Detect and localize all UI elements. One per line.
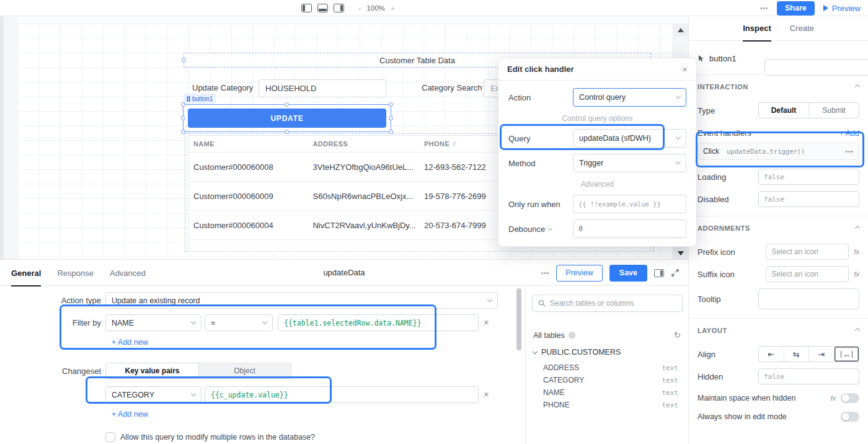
tooltip-input[interactable] <box>758 288 859 309</box>
suffix-icon-label: Suffix icon <box>698 270 735 279</box>
align-stretch-icon[interactable]: ↔ <box>834 347 859 362</box>
always-show-label: Always show in edit mode <box>698 412 836 421</box>
component-text-input[interactable] <box>764 60 868 76</box>
resize-handle[interactable] <box>389 116 393 120</box>
interaction-section-header[interactable]: INTERACTION <box>698 78 859 96</box>
scroll-down-button[interactable] <box>673 247 688 259</box>
changeset-value-input[interactable]: {{c_update.value}} <box>205 386 479 403</box>
dock-panel-icon[interactable] <box>654 269 664 277</box>
only-run-when-input[interactable]: {{ !!example.value }} <box>573 195 686 213</box>
canvas-left-gutter <box>4 16 17 259</box>
method-select[interactable]: Trigger <box>573 154 686 172</box>
debounce-input[interactable]: 0 <box>573 220 686 238</box>
close-icon[interactable]: × <box>682 64 688 74</box>
arrow-down-icon <box>678 251 684 255</box>
schema-column-row[interactable]: ADDRESS text <box>543 362 678 374</box>
fx-icon[interactable]: fx <box>854 270 859 278</box>
prefix-icon-select[interactable]: Select an icon <box>766 244 849 260</box>
schema-table-public-customers[interactable]: PUBLIC.CUSTOMERS <box>533 348 621 357</box>
changeset-key-value-option[interactable]: Key value pairs <box>105 363 199 379</box>
sort-ascending-icon[interactable]: ↑ <box>452 140 456 148</box>
suffix-icon-select[interactable]: Select an icon <box>766 266 849 282</box>
preview-label: Preview <box>832 4 861 13</box>
add-event-handler-link[interactable]: + Add <box>839 129 859 138</box>
add-filter-link[interactable]: + Add new <box>112 338 148 347</box>
toggle-right-panel-icon[interactable] <box>334 4 344 12</box>
zoom-out-button[interactable]: - <box>358 4 361 13</box>
disabled-input[interactable]: false <box>758 191 859 207</box>
schema-search-input[interactable]: Search tables or columns <box>532 295 683 312</box>
hidden-input[interactable]: false <box>758 368 859 384</box>
more-options-icon[interactable]: ••• <box>760 5 768 12</box>
click-handler-row[interactable]: Click updateData.trigger() ••• <box>698 143 859 160</box>
layout-section-header[interactable]: LAYOUT <box>698 321 859 340</box>
schema-column-row[interactable]: NAME text <box>543 386 678 399</box>
type-label: Type <box>698 106 715 115</box>
filter-field-value: NAME <box>112 319 134 327</box>
query-preview-button[interactable]: Preview <box>556 265 602 282</box>
remove-changeset-icon[interactable]: × <box>484 389 489 399</box>
update-button[interactable]: UPDATE <box>188 109 386 128</box>
modal-header: Edit click handler × <box>498 58 696 81</box>
update-category-input[interactable]: HOUSEHOLD <box>259 79 386 97</box>
changeset-field-value: CATEGORY <box>112 391 154 399</box>
action-type-select[interactable]: Update an existing record <box>105 292 498 309</box>
query-save-button[interactable]: Save <box>609 265 647 282</box>
tab-create[interactable]: Create <box>790 16 814 41</box>
align-center-icon[interactable]: ⇆ <box>784 347 809 362</box>
canvas-controls: - 100% + <box>301 0 395 16</box>
changeset-field-select[interactable]: CATEGORY <box>105 386 202 403</box>
query-pane-scrollbar[interactable] <box>516 288 521 350</box>
debounce-label: Debounce <box>508 224 552 234</box>
expand-icon[interactable] <box>671 269 680 277</box>
type-submit-option[interactable]: Submit <box>808 103 859 118</box>
query-select[interactable]: updateData (sfDWH) <box>573 129 686 148</box>
schema-column-row[interactable]: CATEGORY text <box>543 374 678 386</box>
selection-handle[interactable] <box>182 58 186 62</box>
resize-handle[interactable] <box>389 102 393 107</box>
align-right-icon[interactable]: ⇥ <box>808 347 834 362</box>
filter-operator-select[interactable]: = <box>205 314 273 331</box>
refresh-icon[interactable]: ↻ <box>674 331 681 340</box>
maintain-space-toggle[interactable] <box>841 393 859 403</box>
resize-handle[interactable] <box>181 116 185 120</box>
loading-input[interactable]: false <box>758 169 859 185</box>
filter-field-select[interactable]: NAME <box>105 314 202 331</box>
action-select[interactable]: Control query <box>573 88 686 107</box>
type-default-option[interactable]: Default <box>759 103 808 118</box>
resize-handle[interactable] <box>285 102 289 107</box>
adornments-section-header[interactable]: ADORNMENTS <box>698 219 859 238</box>
filter-value-input[interactable]: {{table1.selectedRow.data.NAME}} <box>278 314 479 331</box>
zoom-in-button[interactable]: + <box>391 4 396 13</box>
changeset-object-option[interactable]: Object <box>198 363 291 378</box>
schema-column-row[interactable]: PHONE text <box>543 399 678 411</box>
schema-column-type: text <box>662 401 679 409</box>
add-changeset-link[interactable]: + Add new <box>112 410 148 419</box>
fx-icon[interactable]: fx <box>854 248 859 255</box>
column-header-name[interactable]: NAME <box>188 140 308 148</box>
zoom-level[interactable]: 100% <box>366 4 384 12</box>
tooltip-label: Tooltip <box>698 295 721 304</box>
always-show-toggle[interactable] <box>841 412 859 422</box>
handler-more-options-icon[interactable]: ••• <box>845 148 854 155</box>
info-icon[interactable] <box>569 332 575 339</box>
column-header-address[interactable]: ADDRESS <box>308 140 419 148</box>
toggle-bottom-panel-icon[interactable] <box>317 4 328 12</box>
remove-filter-icon[interactable]: × <box>484 317 489 327</box>
chevron-up-icon <box>855 226 860 231</box>
topbar-actions: ••• Share Preview <box>760 0 861 16</box>
resize-handle[interactable] <box>181 102 185 107</box>
tab-inspect[interactable]: Inspect <box>743 16 771 41</box>
scroll-up-button[interactable] <box>673 24 688 36</box>
toggle-left-panel-icon[interactable] <box>301 4 312 12</box>
share-button[interactable]: Share <box>777 1 815 16</box>
query-more-options-icon[interactable]: ••• <box>541 270 550 277</box>
fx-icon[interactable]: fx <box>830 394 836 402</box>
preview-app-button[interactable]: Preview <box>823 4 861 13</box>
drag-handle-icon[interactable] <box>187 96 190 102</box>
search-icon <box>538 300 546 307</box>
action-value: Control query <box>579 93 626 102</box>
align-left-icon[interactable]: ⇤ <box>759 347 784 362</box>
component-name-tag[interactable]: button1 <box>184 94 216 104</box>
multi-row-checkbox[interactable] <box>105 432 115 442</box>
